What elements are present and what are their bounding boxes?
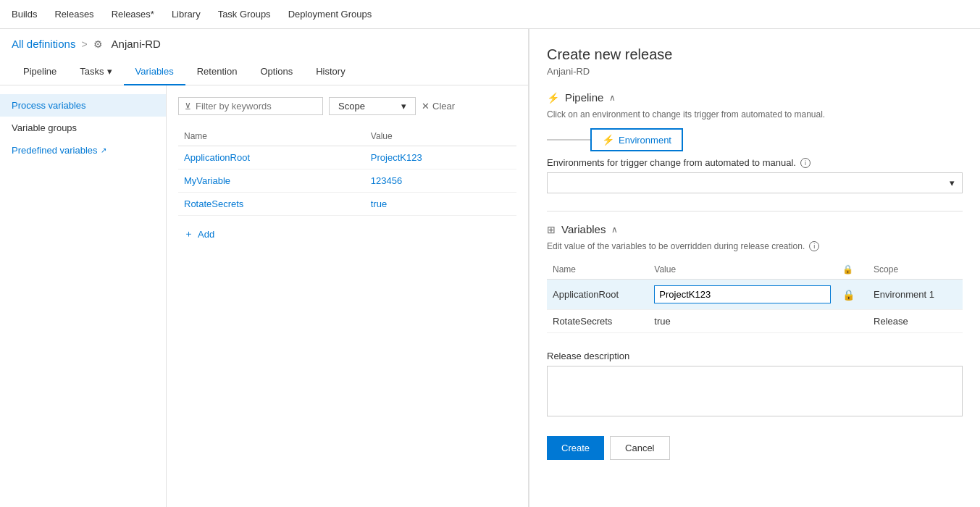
variables-section-header[interactable]: ⊞ Variables ∧ bbox=[547, 223, 963, 235]
env-trigger-section: Environments for trigger change from aut… bbox=[547, 157, 963, 193]
pipeline-chevron-icon: ∧ bbox=[609, 93, 616, 103]
info-icon[interactable]: i bbox=[800, 158, 811, 168]
external-link-icon: ↗ bbox=[101, 146, 106, 154]
tab-history[interactable]: History bbox=[304, 59, 356, 85]
right-var-name-0: ApplicationRoot bbox=[547, 280, 648, 310]
scope-dropdown[interactable]: Scope ▾ bbox=[329, 97, 416, 115]
create-button[interactable]: Create bbox=[547, 436, 604, 460]
filter-input-wrap: ⊻ bbox=[178, 97, 323, 115]
var-value-2[interactable]: true bbox=[371, 198, 387, 209]
tab-pipeline[interactable]: Pipeline bbox=[12, 59, 68, 85]
variables-chevron-icon: ∧ bbox=[611, 225, 618, 235]
env-dropdown-chevron-icon: ▾ bbox=[950, 177, 955, 188]
table-row: ApplicationRoot 🔒 Environment 1 bbox=[547, 280, 963, 310]
variables-content: ⊻ Scope ▾ ✕ Clear bbox=[167, 85, 528, 507]
variables-override-table: Name Value 🔒 Scope ApplicationRoot bbox=[547, 260, 963, 333]
breadcrumb: All definitions > ⚙ Anjani-RD bbox=[0, 29, 528, 59]
breadcrumb-link[interactable]: All definitions bbox=[12, 38, 75, 50]
env-trigger-dropdown[interactable]: ▾ bbox=[547, 172, 963, 193]
nav-deployment-groups[interactable]: Deployment Groups bbox=[288, 9, 372, 20]
sidebar: Process variables Variable groups Predef… bbox=[0, 85, 167, 507]
table-row: ApplicationRoot ProjectK123 bbox=[178, 146, 516, 169]
table-row: RotateSecrets true Release bbox=[547, 310, 963, 333]
var-name-0[interactable]: ApplicationRoot bbox=[184, 152, 250, 163]
table-row: MyVariable 123456 bbox=[178, 169, 516, 193]
clear-x-icon: ✕ bbox=[422, 101, 430, 112]
pipeline-line bbox=[547, 139, 590, 141]
sub-nav: Pipeline Tasks ▾ Variables Retention Opt… bbox=[0, 59, 528, 85]
clear-button[interactable]: ✕ Clear bbox=[422, 101, 455, 112]
variables-table: Name Value ApplicationRoot ProjectK123 M… bbox=[178, 127, 516, 216]
tab-retention[interactable]: Retention bbox=[185, 59, 249, 85]
cancel-button[interactable]: Cancel bbox=[610, 436, 669, 460]
pipeline-visual: ⚡ Environment bbox=[547, 128, 963, 151]
table-row: RotateSecrets true bbox=[178, 193, 516, 216]
var-value-input-0[interactable] bbox=[659, 289, 826, 300]
var-name-2[interactable]: RotateSecrets bbox=[184, 198, 243, 209]
variables-info-icon[interactable]: i bbox=[809, 241, 819, 251]
main-container: All definitions > ⚙ Anjani-RD Pipeline T… bbox=[0, 29, 980, 507]
footer-buttons: Create Cancel bbox=[547, 436, 963, 460]
pipeline-section: ⚡ Pipeline ∧ Click on an environment to … bbox=[547, 91, 963, 193]
lock-icon-0[interactable]: 🔒 bbox=[842, 289, 855, 301]
breadcrumb-separator: > bbox=[81, 38, 87, 50]
var-input-cell-0[interactable] bbox=[654, 285, 831, 303]
tab-variables[interactable]: Variables bbox=[124, 59, 185, 85]
right-var-name-1: RotateSecrets bbox=[547, 310, 648, 333]
right-var-scope-0: Environment 1 bbox=[868, 280, 963, 310]
tab-options[interactable]: Options bbox=[248, 59, 304, 85]
release-description-section: Release description bbox=[547, 351, 963, 419]
pipeline-description: Click on an environment to change its tr… bbox=[547, 109, 963, 120]
nav-builds[interactable]: Builds bbox=[12, 9, 37, 20]
scope-chevron-icon: ▾ bbox=[401, 101, 406, 112]
release-subtitle: Anjani-RD bbox=[547, 66, 963, 77]
var-name-1[interactable]: MyVariable bbox=[184, 175, 230, 186]
environment-box[interactable]: ⚡ Environment bbox=[590, 128, 683, 151]
plus-icon: ＋ bbox=[184, 227, 193, 240]
release-description-textarea[interactable] bbox=[547, 366, 963, 416]
tasks-chevron-icon: ▾ bbox=[107, 66, 112, 77]
filter-icon: ⊻ bbox=[185, 101, 191, 112]
sidebar-item-process-variables[interactable]: Process variables bbox=[0, 94, 166, 117]
sidebar-item-variable-groups[interactable]: Variable groups bbox=[0, 117, 166, 139]
filter-bar: ⊻ Scope ▾ ✕ Clear bbox=[178, 97, 516, 115]
right-panel: Create new release Anjani-RD ⚡ Pipeline … bbox=[529, 29, 980, 507]
right-col-lock: 🔒 bbox=[837, 260, 868, 280]
nav-releases[interactable]: Releases bbox=[54, 9, 93, 20]
variables-section-description: Edit value of the variables to be overri… bbox=[547, 241, 963, 251]
filter-input[interactable] bbox=[196, 101, 304, 112]
right-var-scope-1: Release bbox=[868, 310, 963, 333]
pipeline-section-header[interactable]: ⚡ Pipeline ∧ bbox=[547, 91, 963, 104]
add-variable-button[interactable]: ＋ Add bbox=[178, 222, 516, 246]
right-col-scope: Scope bbox=[868, 260, 963, 280]
release-title: Create new release bbox=[547, 46, 963, 63]
tab-tasks[interactable]: Tasks ▾ bbox=[68, 59, 123, 85]
col-name: Name bbox=[178, 127, 365, 146]
release-desc-label: Release description bbox=[547, 351, 963, 361]
env-trigger-label: Environments for trigger change from aut… bbox=[547, 157, 963, 168]
col-value: Value bbox=[365, 127, 516, 146]
nav-releases-star[interactable]: Releases* bbox=[112, 9, 154, 20]
sidebar-predefined-link[interactable]: Predefined variables ↗ bbox=[0, 139, 166, 162]
var-value-0[interactable]: ProjectK123 bbox=[371, 152, 422, 163]
breadcrumb-current: Anjani-RD bbox=[112, 38, 161, 50]
lightning-icon: ⚡ bbox=[547, 92, 559, 104]
left-panel: All definitions > ⚙ Anjani-RD Pipeline T… bbox=[0, 29, 529, 507]
right-var-value-1: true bbox=[648, 310, 837, 333]
nav-task-groups[interactable]: Task Groups bbox=[218, 9, 271, 20]
top-nav: Builds Releases Releases* Library Task G… bbox=[0, 0, 980, 29]
grid-icon: ⊞ bbox=[547, 224, 556, 235]
variables-override-section: ⊞ Variables ∧ Edit value of the variable… bbox=[547, 223, 963, 333]
lock-header-icon: 🔒 bbox=[842, 264, 853, 275]
right-col-value: Value bbox=[648, 260, 837, 280]
definition-icon: ⚙ bbox=[93, 38, 103, 50]
content-area: Process variables Variable groups Predef… bbox=[0, 85, 528, 507]
right-col-name: Name bbox=[547, 260, 648, 280]
environment-icon: ⚡ bbox=[602, 134, 614, 146]
var-value-1[interactable]: 123456 bbox=[371, 175, 402, 186]
section-divider bbox=[547, 211, 963, 211]
nav-library[interactable]: Library bbox=[172, 9, 201, 20]
